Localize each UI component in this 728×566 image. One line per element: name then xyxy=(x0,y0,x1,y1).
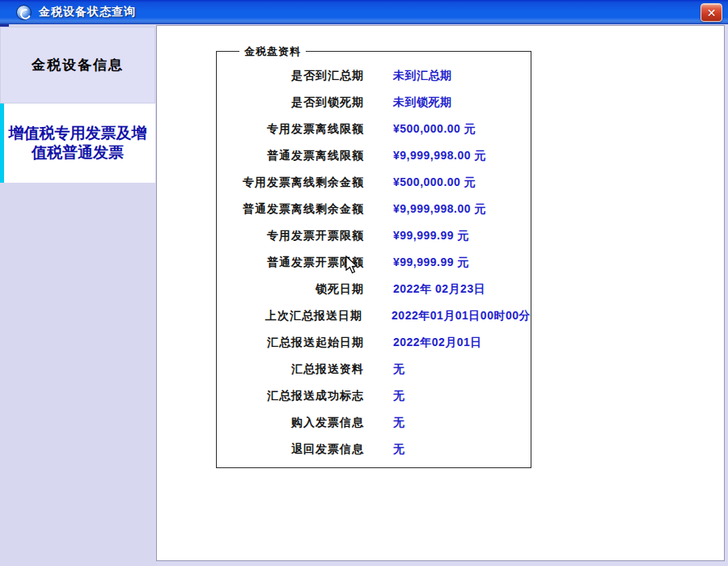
status-row: 购入发票信息 无 xyxy=(217,409,531,436)
close-button[interactable]: ✕ xyxy=(700,3,722,22)
row-value: 未到汇总期 xyxy=(393,69,452,83)
status-row: 是否到汇总期 未到汇总期 xyxy=(217,62,531,89)
status-row: 锁死日期 2022年 02月23日 xyxy=(217,276,531,302)
row-value: ¥9,999,998.00 元 xyxy=(393,202,486,217)
status-row: 专用发票离线剩余金额 ¥500,000.00 元 xyxy=(217,169,531,196)
row-label: 汇总报送起始日期 xyxy=(217,336,364,350)
row-value: 2022年02月01日 xyxy=(393,336,482,350)
status-row: 上次汇总报送日期 2022年01月01日00时00分 xyxy=(217,302,531,329)
status-row: 普通发票离线剩余金额 ¥9,999,998.00 元 xyxy=(217,196,531,222)
row-label: 购入发票信息 xyxy=(217,416,364,430)
status-row: 专用发票开票限额 ¥99,999.99 元 xyxy=(217,222,531,249)
window-title: 金税设备状态查询 xyxy=(39,5,136,19)
row-value: 无 xyxy=(393,389,405,403)
status-row: 汇总报送资料 无 xyxy=(217,356,531,382)
row-value: ¥99,999.99 元 xyxy=(393,229,469,243)
main-panel: 金税盘资料 是否到汇总期 未到汇总期 是否到锁死期 未到锁死期 专用发票离线限额… xyxy=(156,25,725,561)
row-label: 普通发票离线限额 xyxy=(217,149,364,163)
status-row: 是否到锁死期 未到锁死期 xyxy=(217,89,531,116)
status-row: 普通发票离线限额 ¥9,999,998.00 元 xyxy=(217,142,531,169)
row-label: 专用发票离线限额 xyxy=(217,122,364,137)
row-label: 退回发票信息 xyxy=(217,442,364,457)
status-row: 普通发票开票限额 ¥99,999.99 元 xyxy=(217,249,531,276)
sidebar-item-vat-invoices[interactable]: 增值税专用发票及增值税普通发票 xyxy=(0,103,155,183)
selected-indicator-stripe xyxy=(0,103,4,183)
status-row: 汇总报送成功标志 无 xyxy=(217,382,531,409)
sidebar-item-label: 增值税专用发票及增值税普通发票 xyxy=(5,124,150,163)
groupbox-title: 金税盘资料 xyxy=(239,44,306,59)
tax-disk-groupbox: 金税盘资料 是否到汇总期 未到汇总期 是否到锁死期 未到锁死期 专用发票离线限额… xyxy=(216,51,531,468)
status-row: 专用发票离线限额 ¥500,000.00 元 xyxy=(217,116,531,142)
mouse-cursor-icon xyxy=(345,256,359,275)
row-label: 锁死日期 xyxy=(217,282,364,297)
row-value: 无 xyxy=(393,416,405,430)
status-rows: 是否到汇总期 未到汇总期 是否到锁死期 未到锁死期 专用发票离线限额 ¥500,… xyxy=(217,52,531,463)
sidebar-item-device-info[interactable]: 金税设备信息 xyxy=(0,27,155,103)
row-value: 无 xyxy=(393,442,405,457)
title-bar: 金税设备状态查询 ✕ xyxy=(0,0,728,24)
row-value: 无 xyxy=(393,362,405,377)
row-value: 2022年 02月23日 xyxy=(393,282,485,297)
sidebar: 金税设备信息 增值税专用发票及增值税普通发票 xyxy=(0,24,157,566)
row-value: ¥99,999.99 元 xyxy=(393,256,469,270)
row-value: 2022年01月01日00时00分 xyxy=(392,309,531,323)
row-label: 普通发票离线剩余金额 xyxy=(217,202,364,217)
row-label: 专用发票开票限额 xyxy=(217,229,364,243)
row-value: 未到锁死期 xyxy=(393,95,452,110)
row-label: 是否到锁死期 xyxy=(217,95,364,110)
row-label: 专用发票离线剩余金额 xyxy=(217,175,364,190)
status-row: 退回发票信息 无 xyxy=(217,436,531,463)
row-value: ¥9,999,998.00 元 xyxy=(393,149,486,163)
row-value: ¥500,000.00 元 xyxy=(393,175,476,190)
row-label: 汇总报送成功标志 xyxy=(217,389,364,403)
status-row: 汇总报送起始日期 2022年02月01日 xyxy=(217,329,531,356)
row-label: 汇总报送资料 xyxy=(217,362,364,377)
sidebar-item-label: 金税设备信息 xyxy=(32,56,124,74)
row-label: 上次汇总报送日期 xyxy=(217,309,362,323)
row-value: ¥500,000.00 元 xyxy=(393,122,476,137)
row-label: 普通发票开票限额 xyxy=(217,256,364,270)
app-icon xyxy=(16,5,32,20)
row-label: 是否到汇总期 xyxy=(217,69,364,83)
